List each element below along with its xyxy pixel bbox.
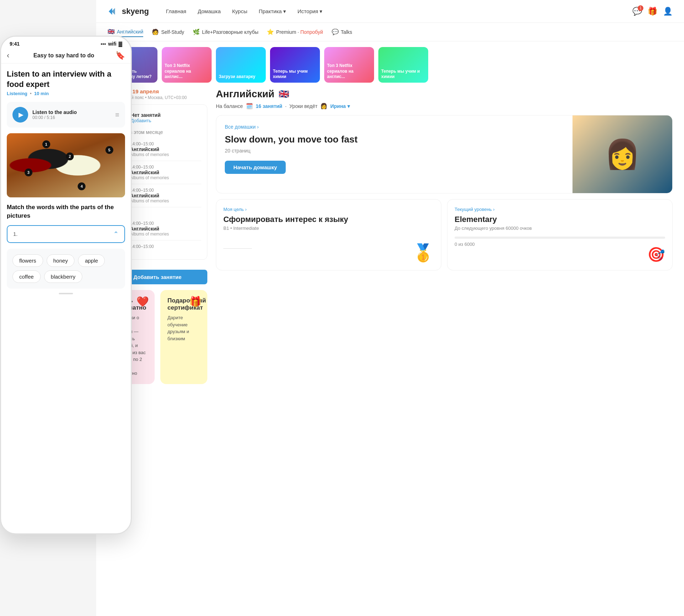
goal-level: B1 • Intermediate: [223, 226, 434, 231]
english-section-title: Английский: [216, 88, 274, 100]
tab-talks[interactable]: 💬 Talks: [332, 27, 352, 37]
bookmark-button[interactable]: 🔖: [115, 51, 125, 60]
main-content: Сегодня, 19 апреля Ваш часовой пояс • Мо…: [96, 88, 684, 395]
banner-bg-2: Топ 3 Netflix сериалов на англис...: [162, 47, 212, 83]
banner-card-3[interactable]: Загрузи аватарку: [216, 47, 266, 83]
nav-homework[interactable]: Домашка: [198, 8, 221, 14]
user-avatar-button[interactable]: 👤: [663, 7, 673, 16]
homework-content: Все домашки › Slow down, you move too fa…: [216, 115, 572, 193]
schedule-info-22: 14:00–15:00 Английский Albums of memorie…: [130, 141, 169, 157]
english-flag-icon: 🇬🇧: [279, 89, 289, 99]
life-clubs-icon: 🌿: [193, 29, 200, 35]
gift-icon: 🎁: [189, 296, 202, 307]
food-image-inner: 1 2 3 4 5: [7, 133, 125, 197]
progress-text: 0 из 6000: [455, 242, 665, 247]
desktop-section: skyeng Главная Домашка Курсы Практика ▾ …: [96, 0, 684, 616]
level-link[interactable]: Текущий уровень ›: [455, 207, 665, 212]
audio-player: ▶ Listen to the audio 00:00 / 5:16 ≡: [7, 102, 125, 128]
audio-info: Listen to the audio 00:00 / 5:16: [32, 109, 111, 120]
play-button[interactable]: ▶: [12, 107, 28, 123]
status-icons: ▪▪▪ wifi ▓: [101, 41, 122, 47]
playlist-icon[interactable]: ≡: [115, 111, 119, 119]
image-badge-2: 2: [66, 152, 74, 160]
balance-prefix: На балансе: [216, 103, 243, 109]
right-panel: Английский 🇬🇧 На балансе 🗓️ 16 занятий ·…: [216, 88, 673, 384]
nav-practice[interactable]: Практика ▾: [259, 8, 286, 15]
banner-card-2[interactable]: Топ 3 Netflix сериалов на англис...: [162, 47, 212, 83]
teacher-name[interactable]: Ирина ▾: [330, 103, 349, 109]
balance-icon: 🗓️: [246, 103, 253, 109]
level-icon: 🎯: [647, 246, 665, 263]
image-badge-5: 5: [105, 146, 113, 154]
messages-badge: 1: [638, 5, 643, 11]
promo-card-gift[interactable]: 🎁 Подарочный сертификат Дарите обучение …: [160, 290, 207, 384]
teacher-avatar-icon: 👩: [320, 103, 327, 109]
teacher-prefix: Уроки ведёт: [289, 103, 317, 109]
level-title: Elementary: [455, 215, 665, 224]
scroll-indicator: [59, 293, 73, 294]
word-chip-apple[interactable]: apple: [78, 254, 105, 267]
messages-button[interactable]: 💬 1: [632, 7, 642, 16]
goal-link[interactable]: Моя цель ›: [223, 207, 434, 212]
mobile-status-bar: 9:41 ▪▪▪ wifi ▓: [1, 37, 131, 48]
all-homework-link[interactable]: Все домашки ›: [225, 124, 564, 130]
word-chips-container: flowers honey apple coffee blackberry: [7, 249, 125, 289]
back-button[interactable]: ‹: [7, 51, 9, 60]
schedule-info-26: 14:00–15:00 Английский Albums of memorie…: [130, 165, 169, 180]
goal-card: Моя цель › Сформировать интерес к языку …: [216, 199, 441, 270]
tab-life-clubs[interactable]: 🌿 Life+Разговорные клубы: [193, 27, 258, 37]
answer-number: 1.: [13, 231, 113, 237]
banner-card-6[interactable]: Теперь мы учим и химии: [378, 47, 428, 83]
premium-icon: ⭐: [267, 29, 274, 35]
banner-card-5[interactable]: Топ 3 Netflix сериалов на англис...: [324, 47, 374, 83]
logo-text: skyeng: [122, 7, 149, 16]
logo[interactable]: skyeng: [108, 6, 149, 17]
schedule-info-6may: 14:00–15:00: [130, 244, 154, 250]
gift-button[interactable]: 🎁: [648, 7, 657, 16]
audio-time: 00:00 / 5:16: [32, 115, 111, 120]
tab-english-label: Английский: [117, 29, 143, 35]
word-chip-coffee[interactable]: coffee: [12, 270, 41, 283]
schedule-info-3may: 14:00–15:00 Английский Albums of memorie…: [130, 221, 169, 237]
task-title: Match the words with the parts of the pi…: [7, 203, 125, 220]
level-card: Текущий уровень › Elementary До следующе…: [447, 199, 673, 270]
mobile-body: Listen to an interview with a food exper…: [1, 63, 131, 303]
food-image: 1 2 3 4 5: [7, 133, 125, 197]
tab-self-study-label: Self-Study: [161, 29, 184, 35]
mobile-device-wrapper: 9:41 ▪▪▪ wifi ▓ ‹ Easy to say hard to do…: [0, 36, 132, 534]
nav-history[interactable]: История ▾: [297, 8, 322, 15]
self-study-icon: 🧑: [152, 29, 159, 35]
image-badge-4: 4: [78, 182, 86, 190]
word-chip-honey[interactable]: honey: [47, 254, 75, 267]
nav-icons: 💬 1 🎁 👤: [632, 7, 673, 16]
tab-premium[interactable]: ⭐ Premium · Попробуй: [267, 27, 323, 37]
banner-bg-3: Загрузи аватарку: [216, 47, 266, 83]
dot-separator: ·: [285, 103, 286, 109]
add-lesson-link[interactable]: Добавить: [131, 118, 161, 123]
today-status: Нет занятий Добавить: [131, 112, 161, 123]
homework-image: 👩: [572, 115, 672, 193]
lessons-count[interactable]: 16 занятий: [256, 103, 283, 109]
tab-life-clubs-label: Life+Разговорные клубы: [202, 29, 258, 35]
bottom-cards: Моя цель › Сформировать интерес к языку …: [216, 199, 673, 270]
medal-icon: 🥇: [413, 243, 434, 263]
tab-self-study[interactable]: 🧑 Self-Study: [152, 27, 184, 37]
mobile-nav: ‹ Easy to say hard to do 🔖: [1, 48, 131, 63]
lesson-type: Listening: [7, 91, 27, 96]
nav-courses[interactable]: Курсы: [232, 8, 248, 14]
heart-icon: ❤️: [136, 296, 149, 307]
signal-icon: ▪▪▪: [101, 41, 106, 47]
wifi-icon: wifi: [108, 41, 116, 47]
banner-card-4[interactable]: Теперь мы учим химии: [270, 47, 320, 83]
banner-bg-5: Топ 3 Netflix сериалов на англис...: [324, 47, 374, 83]
word-chip-blackberry[interactable]: blackberry: [44, 270, 82, 283]
homework-pages: 20 страниц: [225, 148, 564, 154]
chevron-up-icon: ⌃: [113, 230, 119, 238]
nav-home[interactable]: Главная: [166, 8, 186, 14]
banner-strip: Зачем учить математику летом? Топ 3 Netf…: [96, 41, 684, 88]
answer-input[interactable]: 1. ⌃: [7, 225, 125, 243]
image-badge-1: 1: [42, 140, 50, 148]
word-chip-flowers[interactable]: flowers: [12, 254, 43, 267]
start-homework-button[interactable]: Начать домашку: [225, 161, 286, 174]
promo-gift-text: Дарите обучение друзьям и близким: [167, 314, 200, 342]
